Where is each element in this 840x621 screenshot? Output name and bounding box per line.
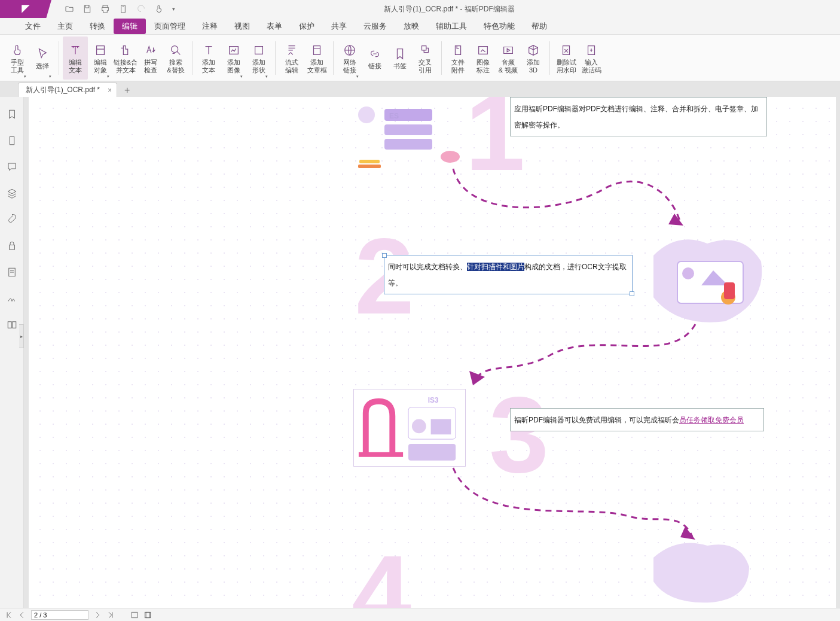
add-tab-button[interactable]: + xyxy=(124,85,130,97)
window-title: 新人引导(1)_OCR.pdf * - 福昕PDF编辑器 xyxy=(178,4,840,14)
spell-check-button[interactable]: 拼写检查 xyxy=(138,36,163,80)
svg-rect-7 xyxy=(384,139,432,150)
add-text-label: 添加文本 xyxy=(202,59,215,74)
menu-帮助[interactable]: 帮助 xyxy=(523,19,555,34)
menu-编辑[interactable]: 编辑 xyxy=(114,19,146,34)
text-block-3[interactable]: 福昕PDF编辑器可以免费试用编辑，可以完成福昕会员任务领取免费会员 xyxy=(510,408,764,431)
menu-放映[interactable]: 放映 xyxy=(395,19,427,34)
dropdown-icon: ▾ xyxy=(24,74,26,79)
menu-文件[interactable]: 文件 xyxy=(17,19,49,34)
cross-ref-button[interactable]: 交叉引用 xyxy=(413,36,438,80)
illustration-4 xyxy=(644,534,752,605)
qat-more-dropdown[interactable]: ▾ xyxy=(172,6,178,12)
search-replace-button[interactable]: 搜索&替换 xyxy=(163,36,188,80)
link-merge-button[interactable]: 链接&合并文本 xyxy=(113,36,138,80)
add-text-button[interactable]: 添加文本 xyxy=(196,36,221,80)
open-icon[interactable] xyxy=(65,4,74,14)
web-link-icon xyxy=(343,42,356,59)
edit-text-button[interactable]: 编辑文本 xyxy=(63,36,88,80)
svg-rect-19 xyxy=(431,419,451,434)
add-3d-button[interactable]: 添加3D xyxy=(521,36,546,80)
menu-主页[interactable]: 主页 xyxy=(49,19,81,34)
page-input[interactable] xyxy=(31,610,88,620)
comments-panel-icon[interactable] xyxy=(7,162,17,172)
add-image-button[interactable]: 添加图像▾ xyxy=(221,36,246,80)
menu-页面管理[interactable]: 页面管理 xyxy=(146,19,194,34)
step-number-4: 4 xyxy=(352,540,411,608)
activate-icon xyxy=(585,42,598,59)
svg-point-18 xyxy=(412,419,426,433)
dropdown-icon: ▾ xyxy=(356,74,359,79)
text-block-1[interactable]: 应用福昕PDF编辑器对PDF文档进行编辑、注释、合并和拆分、电子签章、加密解密等… xyxy=(510,97,767,136)
web-link-button[interactable]: 网络链接▾ xyxy=(337,36,362,80)
file-attach-button[interactable]: 文件附件 xyxy=(445,36,471,80)
menu-视图[interactable]: 视图 xyxy=(226,19,258,34)
close-icon[interactable]: × xyxy=(108,86,112,95)
bookmark-icon xyxy=(393,45,407,62)
text-block-2-selected[interactable]: 同时可以完成文档转换、针对扫描件和图片构成的文档，进行OCR文字提取等。 xyxy=(384,255,633,294)
search-replace-icon xyxy=(169,42,182,59)
touch-icon[interactable] xyxy=(154,4,164,14)
hand-tool-icon xyxy=(11,42,24,59)
activate-button[interactable]: 输入激活码 xyxy=(579,36,604,80)
bookmark-panel-icon[interactable] xyxy=(7,109,17,120)
expand-panel-button[interactable]: ▸ xyxy=(19,324,24,348)
text-3-link[interactable]: 员任务领取免费会员 xyxy=(679,416,744,424)
pdf-page: 1 ES 应用福昕PDF编辑器对PDF文档进行编辑、注释、合并和拆分、电子签章、… xyxy=(29,97,836,608)
quick-access-toolbar: ▾ xyxy=(51,4,178,14)
menu-转换[interactable]: 转换 xyxy=(81,19,114,34)
edit-text-icon xyxy=(69,42,82,59)
menu-共享[interactable]: 共享 xyxy=(323,19,355,34)
attachments-panel-icon[interactable] xyxy=(7,214,17,225)
app-logo-menu[interactable] xyxy=(0,0,51,18)
document-tab[interactable]: 新人引导(1)_OCR.pdf * × xyxy=(18,83,117,97)
security-panel-icon[interactable] xyxy=(7,241,17,251)
layers-panel-icon[interactable] xyxy=(7,188,17,199)
menu-表单[interactable]: 表单 xyxy=(258,19,291,34)
menu-辅助工具[interactable]: 辅助工具 xyxy=(427,19,475,34)
hand-tool-button[interactable]: 手型工具▾ xyxy=(5,36,30,80)
redo-icon[interactable] xyxy=(118,4,128,14)
bookmark-label: 书签 xyxy=(393,62,407,70)
audio-video-icon xyxy=(502,42,515,59)
flow-edit-button[interactable]: 流式编辑 xyxy=(279,36,304,80)
svg-rect-20 xyxy=(408,444,456,461)
signature-panel-icon[interactable] xyxy=(7,293,17,304)
watermark-button[interactable]: 删除试用水印 xyxy=(554,36,579,80)
prev-page-icon[interactable] xyxy=(18,611,26,619)
undo-icon[interactable] xyxy=(136,4,146,14)
menu-云服务[interactable]: 云服务 xyxy=(355,19,395,34)
image-note-button[interactable]: 图像标注 xyxy=(471,36,496,80)
compare-panel-icon[interactable] xyxy=(7,319,17,330)
add-shape-button[interactable]: 添加形状▾ xyxy=(246,36,271,80)
form-panel-icon[interactable] xyxy=(7,267,17,278)
dropdown-icon: ▾ xyxy=(240,74,243,79)
menu-特色功能[interactable]: 特色功能 xyxy=(475,19,523,34)
pages-panel-icon[interactable] xyxy=(7,135,17,146)
fit-page-icon[interactable] xyxy=(130,611,139,619)
document-tab-strip: 新人引导(1)_OCR.pdf * × + xyxy=(0,81,840,97)
ribbon-edit: 手型工具▾选择▾编辑文本编辑对象▾链接&合并文本拼写检查搜索&替换添加文本添加图… xyxy=(0,35,840,81)
add-chapter-button[interactable]: 添加文章框 xyxy=(304,36,329,80)
fit-width-icon[interactable] xyxy=(143,611,152,619)
last-page-icon[interactable] xyxy=(106,611,115,619)
audio-video-button[interactable]: 音频& 视频 xyxy=(496,36,521,80)
select-button[interactable]: 选择▾ xyxy=(30,36,55,80)
arrow-2-3 xyxy=(444,318,707,390)
menu-注释[interactable]: 注释 xyxy=(194,19,226,34)
next-page-icon[interactable] xyxy=(93,611,102,619)
print-icon[interactable] xyxy=(100,4,110,14)
svg-rect-21 xyxy=(359,452,403,457)
add-text-icon xyxy=(202,42,215,59)
search-replace-label: 搜索&替换 xyxy=(167,59,184,74)
edit-object-button[interactable]: 编辑对象▾ xyxy=(88,36,113,80)
first-page-icon[interactable] xyxy=(5,611,13,619)
save-icon[interactable] xyxy=(83,4,92,14)
link-button[interactable]: 链接 xyxy=(362,36,387,80)
svg-rect-22 xyxy=(132,612,137,617)
file-attach-label: 文件附件 xyxy=(451,59,465,74)
menu-保护[interactable]: 保护 xyxy=(291,19,323,34)
activate-label: 输入激活码 xyxy=(582,59,601,74)
document-viewport[interactable]: 1 ES 应用福昕PDF编辑器对PDF文档进行编辑、注释、合并和拆分、电子签章、… xyxy=(24,97,840,608)
bookmark-button[interactable]: 书签 xyxy=(387,36,413,80)
